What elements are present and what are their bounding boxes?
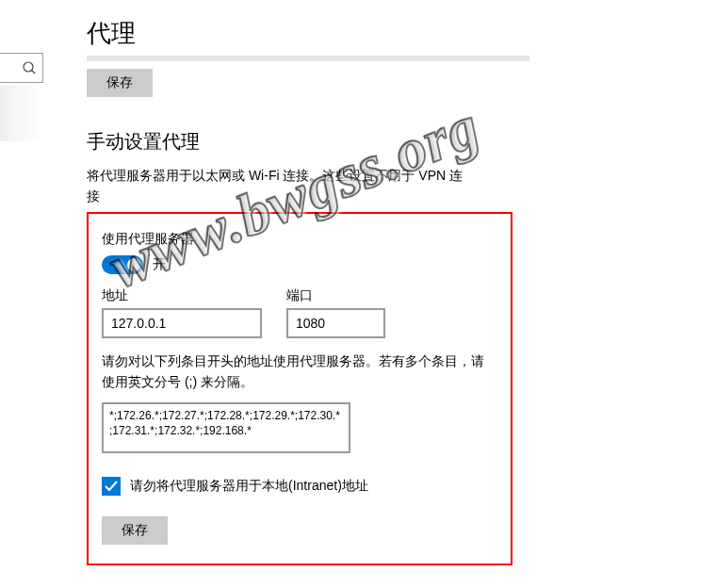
port-caption: 端口 (286, 287, 385, 304)
check-icon (104, 479, 119, 494)
exceptions-note: 请勿对以下列条目开头的地址使用代理服务器。若有多个条目，请使用英文分号 (;) … (102, 351, 488, 392)
toggle-state-label: 开 (153, 256, 166, 273)
save-button-bottom[interactable]: 保存 (102, 516, 168, 545)
divider (87, 56, 529, 61)
address-caption: 地址 (102, 287, 262, 304)
search-icon (22, 60, 37, 75)
toggle-knob (127, 258, 140, 271)
manual-proxy-description: 将代理服务器用于以太网或 Wi-Fi 连接。这些设置不用于 VPN 连 接 (87, 166, 492, 206)
search-box-stub[interactable] (0, 53, 43, 83)
settings-content: 代理 保存 手动设置代理 将代理服务器用于以太网或 Wi-Fi 连接。这些设置不… (87, 17, 614, 565)
intranet-checkbox[interactable] (102, 477, 121, 496)
address-port-row: 地址 端口 (102, 287, 497, 338)
desc-line2: 接 (87, 188, 100, 204)
sidebar-shadow (0, 85, 43, 141)
port-field: 端口 (286, 287, 385, 338)
highlight-box: 使用代理服务器 开 地址 端口 请勿对以下列条目开头的地址使用代理服务器。若有多… (87, 212, 513, 564)
proxy-toggle[interactable] (102, 255, 143, 274)
save-button-top[interactable]: 保存 (87, 69, 153, 97)
address-field: 地址 (102, 287, 262, 338)
address-input[interactable] (102, 308, 262, 338)
proxy-toggle-row: 开 (102, 255, 497, 274)
intranet-checkbox-label: 请勿将代理服务器用于本地(Intranet)地址 (130, 478, 368, 495)
desc-line1: 将代理服务器用于以太网或 Wi-Fi 连接。这些设置不用于 VPN 连 (87, 168, 463, 183)
page-title: 代理 (87, 17, 614, 50)
exceptions-textarea[interactable]: *;172.26.*;172.27.*;172.28.*;172.29.*;17… (102, 402, 350, 453)
section-title-manual-proxy: 手动设置代理 (87, 129, 614, 155)
port-input[interactable] (286, 308, 385, 338)
use-proxy-label: 使用代理服务器 (102, 231, 497, 248)
intranet-checkbox-row: 请勿将代理服务器用于本地(Intranet)地址 (102, 477, 497, 496)
svg-line-1 (32, 71, 36, 74)
